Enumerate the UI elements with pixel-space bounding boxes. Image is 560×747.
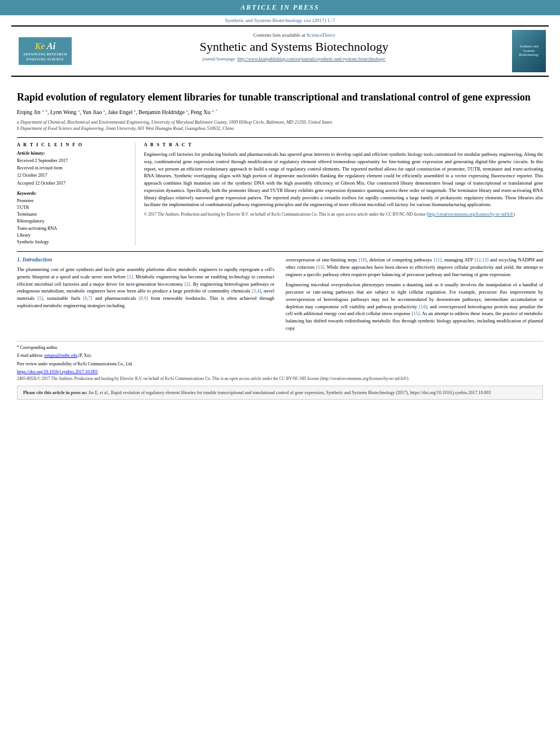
corresponding-star: * Corresponding author. xyxy=(17,345,58,350)
email-link[interactable]: pengxu@umbc.edu xyxy=(45,353,77,358)
journal-title-main: Synthetic and Systems Biotechnology xyxy=(85,40,504,54)
ref-13[interactable]: [13] xyxy=(316,264,324,270)
ref-10[interactable]: [10] xyxy=(358,257,366,263)
ref-3-4[interactable]: [3,4] xyxy=(252,288,261,294)
accepted-date: Accepted 12 October 2017 xyxy=(17,180,129,186)
logo-tagline1: ADVANCING RESEARCH xyxy=(23,53,67,56)
intro-right-column: overexpression of rate-limiting steps [1… xyxy=(286,256,543,335)
ref-5[interactable]: [5] xyxy=(37,295,43,301)
journal-homepage: journal homepage: http://www.keaipublish… xyxy=(85,56,504,62)
journal-header: Ke Ai ADVANCING RESEARCH EVOLVING SCIENC… xyxy=(11,25,549,77)
affiliation-b: b Department of Food Science and Enginee… xyxy=(17,125,543,132)
doi-link[interactable]: https://doi.org/10.1016/j.synbio.2017.10… xyxy=(17,369,98,374)
homepage-label: journal homepage: xyxy=(203,56,237,62)
ref-11[interactable]: [11] xyxy=(434,257,441,263)
article-info-heading: A R T I C L E I N F O xyxy=(17,142,129,147)
corresponding-note: * Corresponding author. xyxy=(17,345,543,351)
thumb-box: Synthetic and Systems Biotechnology xyxy=(512,30,546,72)
journal-meta-top: Synthetic and Systems Biotechnology xxx … xyxy=(0,15,560,25)
introduction-section: 1. Introduction The plummeting cost of g… xyxy=(17,256,543,335)
abstract-heading: A B S T R A C T xyxy=(144,142,543,147)
email-label: E-mail address: xyxy=(17,353,43,358)
sciencedirect-link[interactable]: ScienceDirect xyxy=(307,32,335,38)
footer-section: * Corresponding author. E-mail address: … xyxy=(17,341,543,400)
intro-left-column: 1. Introduction The plummeting cost of g… xyxy=(17,256,274,335)
ref-1[interactable]: [1] xyxy=(127,274,133,279)
revised-label: Received in revised form xyxy=(17,165,129,171)
section-divider xyxy=(17,251,543,252)
logo-text: Ke Ai xyxy=(23,41,67,51)
logo-tagline2: EVOLVING SCIENCE xyxy=(23,58,67,62)
intro-right-para2: Engineering microbial overproduction phe… xyxy=(286,281,543,331)
email-person: (P. Xu). xyxy=(78,353,91,358)
ref-8-9[interactable]: [8,9] xyxy=(139,295,148,301)
article-title: Rapid evolution of regulatory element li… xyxy=(17,91,543,104)
keyword-library: Library xyxy=(17,232,129,238)
intro-left-para1: The plummeting cost of gene synthesis an… xyxy=(17,266,274,309)
cite-label: Please cite this article in press as: xyxy=(23,390,88,395)
peer-review-note: Peer review under responsibility of KeAi… xyxy=(17,361,543,368)
abstract-column: A B S T R A C T Engineering cell factori… xyxy=(144,142,543,246)
received-date: Received 2 September 2017 xyxy=(17,158,129,164)
article-in-press-banner: ARTICLE IN PRESS xyxy=(0,0,560,15)
journal-title-section: Contents lists available at ScienceDirec… xyxy=(79,30,509,72)
citation-box: Please cite this article in press as: Ji… xyxy=(17,386,543,400)
affiliation-a: a Department of Chemical, Biochemical an… xyxy=(17,119,543,125)
intro-right-para1: overexpression of rate-limiting steps [1… xyxy=(286,256,543,278)
authors: Erqing Jin a, b, Lynn Wong a, Yun Jiao a… xyxy=(17,108,543,115)
intro-heading: 1. Introduction xyxy=(17,256,274,263)
cc-link[interactable]: http://creativecommons.org/licenses/by-n… xyxy=(428,212,513,217)
ke-ai-logo: Ke Ai ADVANCING RESEARCH EVOLVING SCIENC… xyxy=(19,37,72,65)
ref-2[interactable]: [2] xyxy=(185,281,190,287)
history-label: Article history: xyxy=(17,151,129,156)
keywords-section: Keywords: Promoter 5'UTR Terminator Ribo… xyxy=(17,191,129,245)
thumb-text: Synthetic and Systems Biotechnology xyxy=(514,45,544,58)
logo-section: Ke Ai ADVANCING RESEARCH EVOLVING SCIENC… xyxy=(11,30,79,72)
ref-14[interactable]: [14] xyxy=(419,304,427,309)
contents-available: Contents lists available at ScienceDirec… xyxy=(85,32,504,38)
keywords-label: Keywords: xyxy=(17,191,129,196)
keyword-5utr: 5'UTR xyxy=(17,204,129,211)
revised-date: 12 October 2017 xyxy=(17,172,129,178)
main-content: Rapid evolution of regulatory element li… xyxy=(0,77,560,405)
homepage-link[interactable]: http://www.keaipublishing.com/en/journal… xyxy=(238,56,386,62)
ref-12-13[interactable]: [12,13] xyxy=(474,257,488,263)
keyword-riboregulatory: Riboregulatory xyxy=(17,218,129,224)
keyword-terminator: Terminator xyxy=(17,211,129,217)
cite-text: Jin E, et al., Rapid evolution of regula… xyxy=(89,390,491,395)
ref-6-7[interactable]: [6,7] xyxy=(83,295,92,301)
doi-line: https://doi.org/10.1016/j.synbio.2017.10… xyxy=(17,369,543,374)
two-column-section: A R T I C L E I N F O Article history: R… xyxy=(17,137,543,246)
article-info-column: A R T I C L E I N F O Article history: R… xyxy=(17,142,135,246)
keyword-trans-activating: Trans-activating RNA xyxy=(17,225,129,231)
ref-15[interactable]: [15] xyxy=(412,311,419,316)
keyword-synthetic-bio: Synthetic biology xyxy=(17,239,129,245)
journal-thumbnail: Synthetic and Systems Biotechnology xyxy=(509,30,549,72)
keyword-promoter: Promoter xyxy=(17,198,129,204)
copyright-line: 2405-805X/© 2017 The Authors. Production… xyxy=(17,376,543,382)
contents-label: Contents lists available at xyxy=(253,32,305,38)
cc-license-text: © 2017 The Authors. Production and hosti… xyxy=(144,212,543,218)
abstract-text: Engineering cell factories for producing… xyxy=(144,151,543,208)
email-note: E-mail address: pengxu@umbc.edu (P. Xu). xyxy=(17,353,543,359)
affiliations: a Department of Chemical, Biochemical an… xyxy=(17,119,543,132)
